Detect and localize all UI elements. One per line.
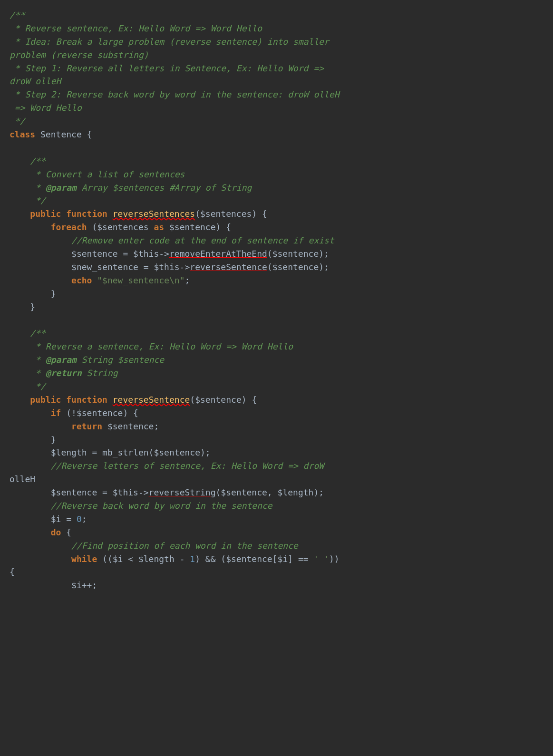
code-editor: /** * Reverse sentence, Ex: Hello Word =… xyxy=(10,9,543,592)
code-content: /** * Reverse sentence, Ex: Hello Word =… xyxy=(10,9,543,592)
